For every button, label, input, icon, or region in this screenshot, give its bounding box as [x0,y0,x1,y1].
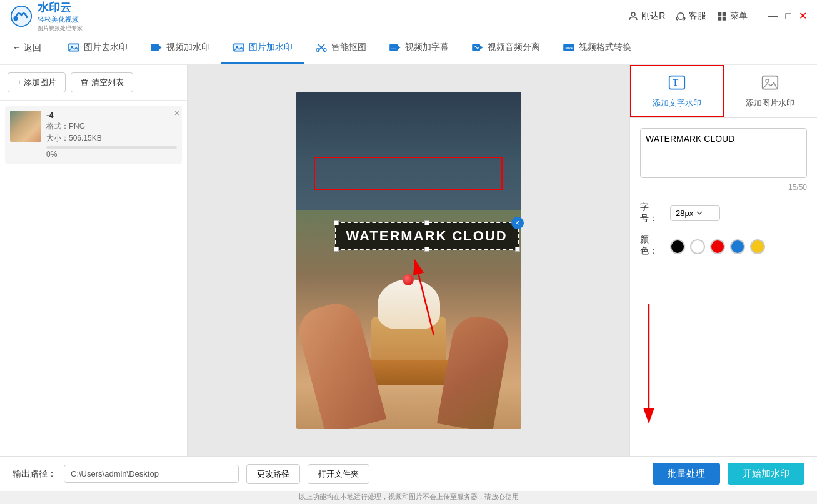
right-panel-body: WATERMARK CLOUD 15/50 字号： 28px 颜色： [630,118,817,297]
video-convert-icon: MP4 [563,42,575,52]
bottom-hint: 以上功能均在本地运行处理，视频和图片不会上传至服务器，请放心使用 [0,491,817,504]
nav-video-watermark[interactable]: 视频加水印 [139,32,221,64]
svg-point-1 [13,16,18,21]
user-btn[interactable]: 刚达R [628,11,665,22]
center-canvas: WATERMARK CLOUD × [188,65,629,456]
watermark-text-input[interactable]: WATERMARK CLOUD [640,128,807,178]
svg-rect-7 [723,16,726,20]
file-details: -4 格式：PNG 大小：506.15KB 0% [46,111,177,159]
open-folder-btn[interactable]: 打开文件夹 [308,464,369,484]
svg-point-3 [678,12,684,19]
color-row: 颜色： [640,234,807,257]
svg-marker-22 [480,45,483,49]
window-controls: — □ ✕ [768,10,807,22]
file-close-btn[interactable]: × [174,108,179,118]
trash-icon [80,78,89,87]
minimize-btn[interactable]: — [768,10,778,22]
nav-image-watermark[interactable]: 图片加水印 [221,32,304,64]
app-logo [10,5,33,27]
right-panel-tabs: T 添加文字水印 添加图片水印 [630,65,817,118]
clear-list-btn[interactable]: 清空列表 [71,72,133,92]
start-watermark-btn[interactable]: 开始加水印 [728,463,804,485]
chevron-down-icon [696,209,703,217]
file-list: -4 格式：PNG 大小：506.15KB 0% × [0,101,187,456]
change-path-btn[interactable]: 更改路径 [246,464,300,484]
color-red[interactable] [710,239,725,254]
nav-smart-cutout[interactable]: 智能抠图 [304,32,378,64]
text-watermark-icon: T [668,74,686,95]
batch-process-btn[interactable]: 批量处理 [653,463,720,485]
svg-rect-14 [234,44,243,51]
menu-btn[interactable]: 菜单 [716,11,748,22]
close-btn[interactable]: ✕ [799,10,807,22]
watermark-selection-border [314,157,503,190]
svg-text:T: T [673,78,679,87]
image-watermark-icon [761,74,779,95]
left-panel: + 添加图片 清空列表 -4 格式：PNG 大小：506.15KB 0% [0,65,188,456]
color-black[interactable] [670,239,685,254]
add-image-btn[interactable]: + 添加图片 [8,72,66,92]
tab-text-watermark[interactable]: T 添加文字水印 [630,65,724,117]
handle-bm[interactable] [424,247,429,252]
list-item: -4 格式：PNG 大小：506.15KB 0% × [5,106,182,164]
svg-rect-6 [718,16,722,20]
menu-icon [716,11,728,22]
svg-marker-19 [398,45,401,49]
nav-video-subtitle[interactable]: 视频加字幕 [378,32,460,64]
user-icon [628,11,639,22]
svg-rect-9 [69,44,78,51]
nav-video-convert[interactable]: MP4 视频格式转换 [551,32,643,64]
titlebar: 水印云 轻松美化视频 图片视频处理专家 刚达R 客服 菜单 — □ ✕ [0,0,817,32]
tab-image-watermark[interactable]: 添加图片水印 [724,65,818,117]
image-remove-icon [68,42,80,52]
file-thumbnail [10,111,41,142]
logo-main-text: 水印云 [38,0,83,15]
svg-rect-21 [472,44,480,51]
svg-rect-11 [151,44,159,51]
watermark-box[interactable]: WATERMARK CLOUD × [335,222,519,250]
output-label: 输出路径： [13,468,56,480]
handle-tm[interactable] [424,220,429,225]
watermark-text: WATERMARK CLOUD [346,228,508,244]
color-yellow[interactable] [750,239,765,254]
video-subtitle-icon [389,42,401,52]
color-label: 颜色： [640,234,665,257]
handle-bl[interactable] [334,247,339,252]
image-add-icon [233,42,245,52]
svg-marker-12 [159,45,162,49]
nav-audio-split[interactable]: 视频音频分离 [460,32,551,64]
font-size-select[interactable]: 28px [670,205,720,221]
titlebar-right: 刚达R 客服 菜单 — □ ✕ [628,10,807,22]
audio-split-icon [471,42,484,52]
char-count: 15/50 [640,183,807,192]
navbar: ← 返回 图片去水印 视频加水印 图片加水印 智能抠图 视频加字幕 视频音频分离… [0,32,817,65]
nav-back-btn[interactable]: ← 返回 [13,42,41,54]
color-blue[interactable] [730,239,745,254]
progress-bar [46,146,177,149]
font-size-label: 字号： [640,202,665,224]
nav-remove-watermark[interactable]: 图片去水印 [56,32,139,64]
support-btn[interactable]: 客服 [675,11,706,22]
svg-rect-4 [718,12,722,16]
handle-tl[interactable] [334,220,339,225]
logo-desc-text: 图片视频处理专家 [38,24,83,32]
right-arrow-overlay [630,297,817,457]
headset-icon [675,11,686,22]
font-size-row: 字号： 28px [640,202,807,224]
color-swatch [670,239,765,254]
svg-point-30 [766,79,769,82]
color-white[interactable] [690,239,705,254]
watermark-close-btn[interactable]: × [511,217,524,229]
main-content: + 添加图片 清空列表 -4 格式：PNG 大小：506.15KB 0% [0,65,817,456]
handle-br[interactable] [515,247,520,252]
bottom-bar: 输出路径： 更改路径 打开文件夹 批量处理 开始加水印 [0,456,817,491]
svg-rect-5 [723,12,726,16]
watermark-element[interactable]: WATERMARK CLOUD × [316,159,500,188]
logo-sub-text: 轻松美化视频 [38,15,83,24]
svg-point-2 [631,12,635,16]
right-panel: T 添加文字水印 添加图片水印 WATERMARK CLOUD 15/50 字号… [629,65,817,456]
maximize-btn[interactable]: □ [785,10,791,22]
bottom-section: 输出路径： 更改路径 打开文件夹 批量处理 开始加水印 以上功能均在本地运行处理… [0,456,817,504]
video-add-icon [150,42,163,52]
output-path-input[interactable] [64,465,239,483]
